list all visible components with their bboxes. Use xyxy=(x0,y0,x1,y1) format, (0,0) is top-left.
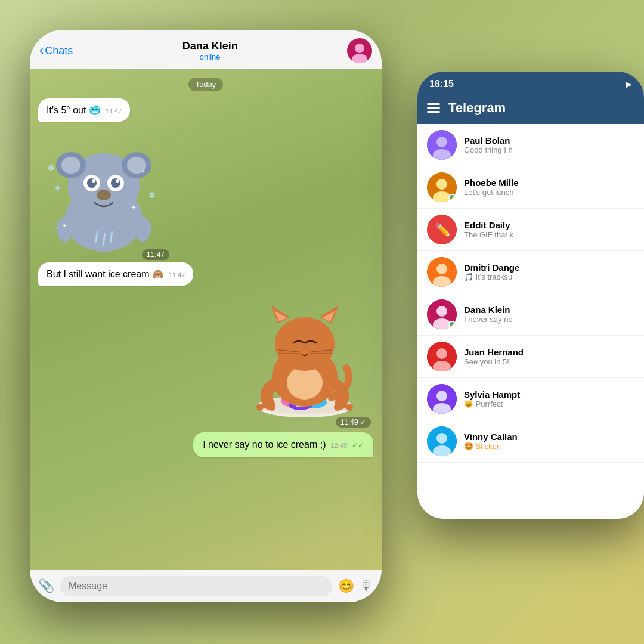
svg-point-49 xyxy=(256,404,264,411)
read-checkmarks: ✓✓ xyxy=(352,441,364,450)
chat-info-vinny: Vinny Callan 🤩 Sticker xyxy=(464,432,634,451)
app-title: Telegram xyxy=(448,100,506,116)
svg-point-48 xyxy=(268,404,275,411)
contact-name: Dana Klein xyxy=(78,40,342,52)
chat-list-item-dana[interactable]: Dana Klein I never say no xyxy=(417,293,644,336)
svg-point-74 xyxy=(436,433,447,444)
back-label: Chats xyxy=(45,45,73,57)
svg-point-68 xyxy=(436,348,447,359)
svg-point-12 xyxy=(111,178,120,188)
menu-icon[interactable] xyxy=(427,103,440,113)
message-text-out-1: I never say no to ice cream ;) xyxy=(203,439,326,450)
chat-info-paul: Paul Bolan Good thing I h xyxy=(464,135,634,154)
header-center: Dana Klein online xyxy=(78,40,342,61)
svg-point-57 xyxy=(436,179,447,190)
svg-point-54 xyxy=(436,137,447,147)
message-text-1: It's 5° out 🥶 xyxy=(47,104,101,116)
chat-preview-paul: Good thing I h xyxy=(464,145,634,154)
svg-point-6 xyxy=(61,157,80,174)
chat-list-item-phoebe[interactable]: Phoebe Mille Let's get lunch xyxy=(417,166,644,209)
svg-point-51 xyxy=(334,404,341,411)
chat-name-phoebe: Phoebe Mille xyxy=(464,178,634,188)
svg-point-65 xyxy=(436,306,447,317)
date-label: Today xyxy=(188,78,224,91)
sticker-koala-area: ✦ ✦ ✦ ✦ ❄ ❄ 11:47 xyxy=(38,126,169,258)
chat-name-dana: Dana Klein xyxy=(464,305,634,315)
attachment-icon[interactable]: 📎 xyxy=(38,578,54,594)
microphone-icon[interactable]: 🎙 xyxy=(360,578,373,594)
message-time-out-1: 12:49 xyxy=(330,442,347,449)
chat-preview-vinny: 🤩 Sticker xyxy=(464,442,634,451)
chat-info-juan: Juan Hernand See you in 5! xyxy=(464,347,634,366)
chevron-left-icon: ‹ xyxy=(39,44,44,57)
chat-preview-dmitri: 🎵 It's tracksu xyxy=(464,273,634,281)
message-incoming-1: It's 5° out 🥶 11:47 xyxy=(38,98,130,122)
avatar[interactable] xyxy=(347,38,372,63)
chat-name-eddit: Eddit Daily xyxy=(464,220,634,230)
chat-name-sylvia: Sylvia Hampt xyxy=(464,389,634,400)
chat-list-item-paul[interactable]: Paul Bolan Good thing I h xyxy=(417,124,644,166)
svg-text:✦: ✦ xyxy=(62,222,67,229)
message-text-2: But I still want ice cream 🙈 xyxy=(47,268,164,280)
avatar-dmitri xyxy=(427,257,457,287)
chat-name-juan: Juan Hernand xyxy=(464,347,634,357)
chat-body: Today It's 5° out 🥶 11:47 xyxy=(30,69,382,570)
avatar-juan xyxy=(427,342,457,371)
chat-list-item-sylvia[interactable]: Sylvia Hampt 🐱 Purrfect xyxy=(417,378,644,420)
avatar-vinny xyxy=(427,426,457,456)
message-time-1: 11:47 xyxy=(106,107,122,114)
message-time-2: 11:47 xyxy=(169,271,185,278)
chat-list-item-juan[interactable]: Juan Hernand See you in 5! xyxy=(417,336,644,378)
chat-info-dmitri: Dmitri Dange 🎵 It's tracksu xyxy=(464,262,634,281)
svg-text:❄: ❄ xyxy=(47,163,55,173)
emoji-icon[interactable]: 😊 xyxy=(338,578,354,594)
avatar-sylvia xyxy=(427,384,457,414)
sticker-cat-area: 11:49 ✓ xyxy=(236,290,373,428)
svg-point-71 xyxy=(436,391,447,401)
chat-list-item-dmitri[interactable]: Dmitri Dange 🎵 It's tracksu xyxy=(417,251,644,293)
koala-sticker: ✦ ✦ ✦ ✦ ❄ ❄ xyxy=(38,126,169,258)
online-dot-phoebe xyxy=(448,194,456,201)
sticker-label: 🤩 Sticker xyxy=(464,442,499,451)
chat-preview-juan: See you in 5! xyxy=(464,357,634,366)
status-bar: 18:15 ▶ xyxy=(417,72,644,94)
chat-info-dana: Dana Klein I never say no xyxy=(464,305,634,324)
chat-name-paul: Paul Bolan xyxy=(464,135,634,145)
avatar-eddit: ✏️ xyxy=(427,215,457,244)
avatar-dana xyxy=(427,299,457,329)
online-dot-dana xyxy=(448,321,456,328)
chat-name-vinny: Vinny Callan xyxy=(464,432,634,442)
chat-info-sylvia: Sylvia Hampt 🐱 Purrfect xyxy=(464,389,634,408)
svg-text:✦: ✦ xyxy=(53,182,62,194)
avatar-paul xyxy=(427,130,457,160)
chat-header: ‹ Chats Dana Klein online xyxy=(30,30,382,69)
chat-list-item-eddit[interactable]: ✏️ Eddit Daily The GIF that k xyxy=(417,209,644,251)
input-right-icons: 😊 🎙 xyxy=(338,578,373,594)
svg-point-13 xyxy=(92,179,95,183)
svg-text:✏️: ✏️ xyxy=(435,222,451,238)
chat-list-item-vinny[interactable]: Vinny Callan 🤩 Sticker xyxy=(417,420,644,463)
telegram-header: Telegram xyxy=(417,94,644,124)
sticker-time-2: 11:49 ✓ xyxy=(336,417,371,428)
sticker-time-1: 11:47 xyxy=(142,249,169,260)
svg-point-36 xyxy=(287,366,323,400)
message-incoming-2: But I still want ice cream 🙈 11:47 xyxy=(38,262,193,286)
signal-icons: ▶ xyxy=(626,79,632,89)
contact-status: online xyxy=(78,52,342,61)
svg-text:✦: ✦ xyxy=(140,166,147,176)
avatar-phoebe xyxy=(427,172,457,202)
svg-point-62 xyxy=(436,264,447,274)
cat-sticker xyxy=(236,290,373,428)
back-button[interactable]: ‹ Chats xyxy=(39,44,73,57)
chat-preview-phoebe: Let's get lunch xyxy=(464,188,634,197)
svg-point-11 xyxy=(87,178,97,188)
right-phone: 18:15 ▶ Telegram Paul Bolan Good thing I… xyxy=(417,72,644,519)
input-bar: 📎 😊 🎙 xyxy=(30,570,382,602)
message-input[interactable] xyxy=(60,576,332,596)
svg-point-14 xyxy=(116,179,119,183)
chat-info-phoebe: Phoebe Mille Let's get lunch xyxy=(464,178,634,197)
chat-preview-sylvia: 🐱 Purrfect xyxy=(464,400,634,408)
chat-preview-eddit: The GIF that k xyxy=(464,230,634,239)
svg-point-15 xyxy=(97,190,111,200)
svg-point-37 xyxy=(275,317,335,371)
